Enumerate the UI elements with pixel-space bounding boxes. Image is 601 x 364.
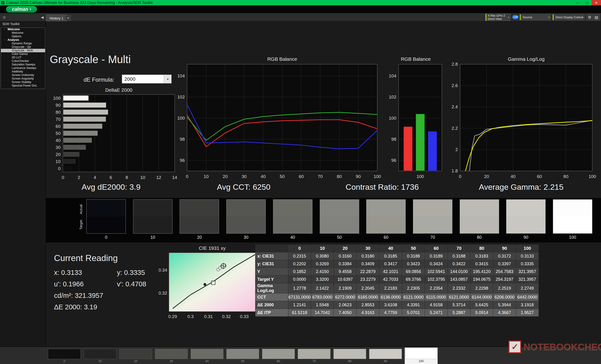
svg-text:100: 100	[53, 96, 60, 101]
avg-de2000-stat: Avg dE2000: 3.9	[41, 182, 181, 192]
close-button[interactable]: ✕	[592, 0, 601, 5]
de-formula-select[interactable]: 2000 ▾	[122, 75, 172, 84]
reading-rows: x: 0.3133y: 0.3335u': 0.1966v': 0.4708cd…	[54, 267, 164, 313]
sidebar-item-dynamic-range[interactable]: Dynamic Range	[1, 42, 45, 45]
chevron-down-icon: ▾	[582, 16, 583, 19]
meter-count-badge: 239	[512, 15, 519, 19]
calman-logo-menu[interactable]: calman ▾	[6, 6, 37, 12]
table-cell: 2.2354	[425, 283, 448, 293]
tab-history-1[interactable]: History 1	[46, 15, 67, 21]
patch-button-80[interactable]: 80	[333, 349, 366, 363]
table-cell: 6136.0000	[379, 293, 402, 301]
source-label: Source	[523, 16, 532, 19]
patch-button-60[interactable]: 60	[262, 349, 295, 363]
swatch-actual	[273, 200, 312, 217]
svg-text:90: 90	[356, 174, 361, 179]
maximize-button[interactable]: ▢	[582, 0, 592, 5]
table-cell: 195.4120	[471, 268, 493, 276]
sidebar-item-label: Saturation Sweeps	[12, 63, 35, 66]
rgb-balance-bar-title: RGB Balance	[390, 56, 442, 62]
patch-button-40[interactable]: 40	[191, 349, 223, 363]
patch-button-30[interactable]: 30	[155, 349, 188, 363]
sidebar-item-color-gamut[interactable]: Color Gamut	[1, 52, 45, 56]
calman-logo-text: calman	[12, 7, 28, 12]
reading-cdm: cd/m²: 321.3957	[54, 290, 117, 301]
sidebar-item-analysis[interactable]: ‒Analysis	[1, 38, 45, 42]
sidebar-item-screen-angularity[interactable]: Screen Angularity	[1, 77, 45, 80]
patch-label: 80	[333, 359, 366, 363]
sidebar-item-screen-uniformity[interactable]: Screen Uniformity	[1, 73, 45, 77]
source-dropdown[interactable]: Source ▾	[520, 14, 551, 20]
svg-text:60: 60	[56, 124, 60, 129]
reading-v: v': 0.4708	[117, 278, 180, 290]
chevron-down-icon: ▾	[508, 16, 509, 19]
sidebar-item-screen-stability[interactable]: Screen Stability	[1, 80, 45, 84]
grayscale-swatch-70	[413, 199, 452, 234]
swatch-label: 100	[553, 235, 592, 240]
collapse-icon[interactable]: ‒	[4, 38, 5, 42]
table-row-label: CCT	[255, 293, 288, 301]
table-cell: 22.2879	[357, 268, 379, 276]
chevron-down-icon: ▾	[30, 8, 31, 11]
table-cell: 4.7759	[379, 309, 402, 317]
settings-target-icon[interactable]: ⊙	[1, 15, 7, 20]
grayscale-swatch-50	[320, 199, 359, 234]
sidebar-item-welcome[interactable]: Welcome	[1, 31, 45, 35]
minimize-button[interactable]: —	[573, 0, 582, 5]
table-cell: 3.3200	[311, 276, 334, 283]
patch-button-20[interactable]: 20	[119, 349, 152, 363]
current-reading-panel: Current Reading x: 0.3133y: 0.3335u': 0.…	[54, 253, 164, 313]
sidebar-collapse-button[interactable]: ◀	[40, 15, 45, 20]
collapse-icon[interactable]: ‒	[4, 28, 5, 31]
table-cell: 2.2298	[471, 283, 493, 293]
window-title: Calman 2025 Calman Ultimate for Business…	[6, 1, 573, 5]
avg-cct-stat: Avg CCT: 6250	[173, 182, 314, 192]
swatch-label: 20	[180, 235, 219, 240]
swatch-actual	[180, 200, 219, 217]
grayscale-swatch-100	[553, 199, 592, 234]
table-cell: 10.6397	[334, 276, 357, 283]
table-cell: 6272.0000	[334, 293, 357, 301]
patch-chip	[119, 349, 152, 359]
sidebar-item-luminance-sweeps[interactable]: Luminance Sweeps	[1, 66, 45, 70]
svg-text:104: 104	[389, 73, 396, 78]
table-cell: 0.3185	[379, 252, 402, 260]
table-cell: 0.3409	[357, 260, 379, 268]
sidebar-item-spectral-power-dist-[interactable]: Spectral Power Dist.	[1, 84, 45, 87]
patch-button-0[interactable]: 0	[48, 349, 81, 363]
svg-text:20: 20	[56, 152, 60, 157]
sidebar: SDR Toolkit ‒WelcomeWelcomeOptions‒Analy…	[0, 21, 46, 346]
display-control-dropdown[interactable]: Direct Display Control ▾	[553, 14, 585, 20]
patch-button-10[interactable]: 10	[84, 349, 116, 363]
table-row: y: CIE310.22020.32690.33840.34090.34170.…	[255, 260, 539, 268]
sidebar-item-grayscale-2pt[interactable]: Grayscale - 2pt	[1, 45, 45, 49]
sidebar-item-additivity[interactable]: Additivity	[1, 70, 45, 73]
sidebar-item-3d-lut[interactable]: 3D LUT	[1, 56, 45, 59]
meter-selector[interactable]: X-Rite i1Pro 2 Direct View ▾	[485, 14, 510, 21]
swatch-label: 40	[273, 235, 312, 240]
sidebar-item-colorchecker[interactable]: ColorChecker	[1, 59, 45, 63]
table-cell: 0.2315	[288, 252, 311, 260]
table-row: Gamma Log/Log1.27782.14222.19092.20452.2…	[255, 283, 539, 293]
sidebar-item-welcome[interactable]: ‒Welcome	[1, 28, 45, 31]
svg-text:0: 0	[186, 174, 189, 179]
new-tab-button[interactable]: +	[65, 15, 71, 21]
table-cell: 0.3133	[516, 252, 539, 260]
sidebar-item-label: 3D LUT	[12, 56, 21, 59]
sidebar-item-options[interactable]: Options	[1, 35, 45, 38]
patch-button-50[interactable]: 50	[226, 349, 259, 363]
svg-text:20: 20	[484, 174, 489, 179]
svg-text:12: 12	[156, 175, 161, 180]
actual-axis-label: Actual	[79, 201, 84, 217]
patch-button-70[interactable]: 70	[298, 349, 331, 363]
layout-grid-icon[interactable]: ▤	[593, 14, 600, 20]
patch-button-100[interactable]: 100	[405, 348, 438, 364]
swatch-actual	[366, 200, 405, 217]
svg-text:60: 60	[299, 174, 304, 179]
sidebar-item-saturation-sweeps[interactable]: Saturation Sweeps	[1, 63, 45, 66]
gear-icon[interactable]: ⚙	[586, 14, 593, 20]
table-cell: 5.3714	[448, 301, 471, 309]
table-cell: 5.0701	[402, 309, 425, 317]
patch-button-90[interactable]: 90	[369, 349, 402, 363]
sidebar-item-grayscale-multi[interactable]: Grayscale - Multi	[1, 49, 45, 52]
